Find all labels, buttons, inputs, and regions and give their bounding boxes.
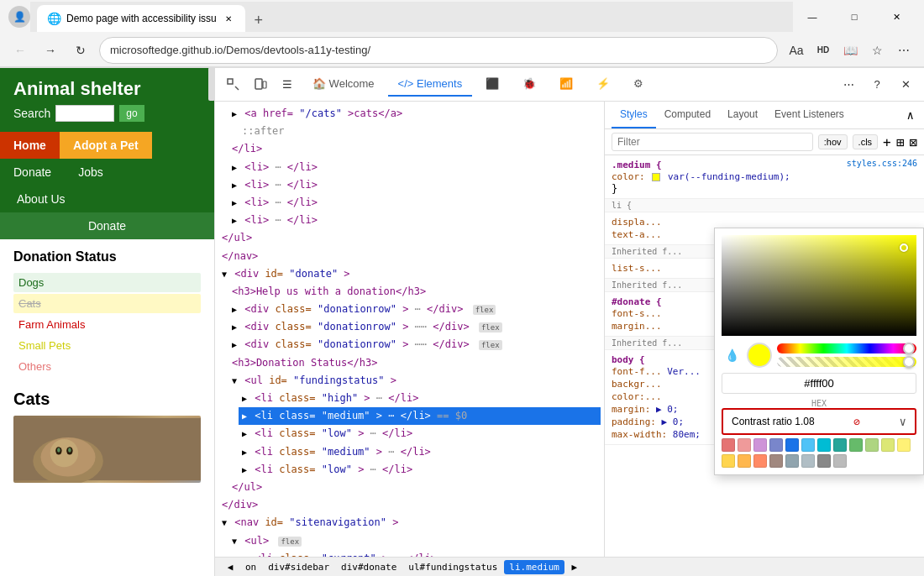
settings-button[interactable]: ⋯ xyxy=(892,39,916,62)
breadcrumb-item-fundingstatus[interactable]: ul#fundingstatus xyxy=(403,560,502,574)
html-line[interactable]: ▶ <a href= "/cats" >cats</a> xyxy=(228,105,601,123)
triangle-icon[interactable]: ▶ xyxy=(242,429,247,438)
triangle-icon[interactable]: ▶ xyxy=(232,305,237,314)
color-swatch[interactable] xyxy=(801,438,815,452)
color-swatch[interactable] xyxy=(849,438,863,452)
color-picker-cursor[interactable] xyxy=(900,243,908,252)
triangle-icon[interactable]: ▼ xyxy=(222,270,227,279)
html-line[interactable]: <h3>Help us with a donation</h3> xyxy=(228,283,601,301)
panel-resize-handle[interactable] xyxy=(208,68,215,101)
html-line[interactable]: ▼ <ul id= "fundingstatus" > xyxy=(228,372,601,390)
html-line[interactable]: ▶ <li class= "current" > ⋯ </li> xyxy=(239,550,601,557)
forward-button[interactable]: → xyxy=(39,39,62,62)
console-tab[interactable]: ⬛ xyxy=(475,72,509,97)
cls-button[interactable]: .cls xyxy=(853,134,879,149)
hue-slider-thumb[interactable] xyxy=(903,343,915,354)
triangle-icon[interactable]: ▶ xyxy=(232,340,237,349)
hov-button[interactable]: :hov xyxy=(818,134,848,149)
add-style-button[interactable]: + xyxy=(883,134,891,150)
breadcrumb-item-donate[interactable]: div#donate xyxy=(336,560,402,574)
color-swatch[interactable] xyxy=(817,438,831,452)
device-toolbar-button[interactable] xyxy=(249,73,272,97)
styles-tab-layout[interactable]: Layout xyxy=(719,102,766,128)
styles-source-medium[interactable]: styles.css:246 xyxy=(847,159,917,168)
sources-tab[interactable]: 🐞 xyxy=(512,72,546,97)
style-icon-button2[interactable]: ⊠ xyxy=(909,134,917,150)
refresh-button[interactable]: ↻ xyxy=(69,39,92,62)
nav-about-button[interactable]: About Us xyxy=(0,186,82,212)
html-line[interactable]: ▶ <li class= "high" > ⋯ </li> xyxy=(239,390,601,407)
style-prop-color[interactable]: color: var(--funding-medium); xyxy=(612,170,917,183)
triangle-icon[interactable]: ▶ xyxy=(242,465,247,474)
color-swatch[interactable] xyxy=(769,454,783,468)
address-bar[interactable]: microsoftedge.github.io/Demos/devtools-a… xyxy=(99,37,778,64)
styles-tab-event-listeners[interactable]: Event Listeners xyxy=(766,102,853,128)
nav-adopt-button[interactable]: Adopt a Pet xyxy=(60,132,152,159)
html-line[interactable]: </div> xyxy=(218,496,601,514)
help-button[interactable]: ? xyxy=(865,73,889,97)
elements-tree[interactable]: ▶ <a href= "/cats" >cats</a> ::after </l… xyxy=(215,102,605,557)
breadcrumb-scroll-left[interactable]: ◀ xyxy=(222,559,239,576)
nav-home-button[interactable]: Home xyxy=(0,132,60,159)
color-swatch[interactable] xyxy=(722,454,735,468)
html-line[interactable]: ▼ <nav id= "sitenavigation" > xyxy=(218,514,601,531)
minimize-button[interactable]: — xyxy=(793,3,832,30)
nav-donate-button[interactable]: Donate xyxy=(0,159,65,186)
html-line[interactable]: </li> xyxy=(228,140,601,158)
performance-tab[interactable]: ⚡ xyxy=(586,72,620,97)
color-gradient[interactable] xyxy=(722,235,916,336)
styles-tab-styles[interactable]: Styles xyxy=(612,102,656,128)
color-swatch[interactable] xyxy=(785,438,799,452)
html-line[interactable]: ::after xyxy=(239,123,601,140)
contrast-expand-button[interactable]: ∨ xyxy=(900,415,906,428)
breadcrumb-item-sidebar[interactable]: div#sidebar xyxy=(263,560,334,574)
breadcrumb-item-on[interactable]: on xyxy=(240,560,261,574)
close-button[interactable]: ✕ xyxy=(877,3,916,30)
welcome-tab[interactable]: 🏠 Welcome xyxy=(302,72,385,97)
triangle-icon[interactable]: ▶ xyxy=(242,448,247,457)
triangle-icon[interactable]: ▼ xyxy=(232,376,237,385)
html-line[interactable]: ▶ <li class= "low" > ⋯ </li> xyxy=(239,425,601,442)
drawer-toggle-button[interactable]: ☰ xyxy=(276,73,299,97)
color-swatch[interactable] xyxy=(801,454,815,468)
html-line[interactable]: ▶ <li> ⋯ </li> xyxy=(228,176,601,194)
color-swatch[interactable] xyxy=(785,454,799,468)
color-swatch[interactable] xyxy=(865,438,879,452)
html-line[interactable]: ▶ <li class= "medium" > ⋯ </li> xyxy=(239,443,601,461)
html-line[interactable]: ▼ <div id= "donate" > xyxy=(218,265,601,283)
style-icon-button1[interactable]: ⊞ xyxy=(896,134,905,150)
network-tab[interactable]: 📶 xyxy=(549,72,583,97)
html-line[interactable]: ▶ <li> ⋯ </li> xyxy=(228,194,601,212)
hex-input[interactable]: #ffff00 xyxy=(722,373,916,394)
color-swatch[interactable] xyxy=(833,438,847,452)
html-line[interactable]: ▶ <div class= "donationrow" > ⋯ </div> f… xyxy=(228,301,601,318)
color-swatch[interactable] xyxy=(769,438,783,452)
selected-html-line[interactable]: ▶ <li class= "medium" > ⋯ </li> == $0 xyxy=(239,407,601,425)
go-button[interactable]: go xyxy=(119,105,144,122)
immersive-reader-button[interactable]: 📖 xyxy=(838,39,862,62)
hd-button[interactable]: HD xyxy=(811,39,835,62)
html-line[interactable]: </ul> xyxy=(228,479,601,496)
html-line[interactable]: ▶ <li> ⋯ </li> xyxy=(228,159,601,176)
triangle-icon[interactable]: ▶ xyxy=(232,198,237,207)
eyedropper-button[interactable]: 💧 xyxy=(722,345,742,365)
color-swatch[interactable] xyxy=(817,454,831,468)
back-button[interactable]: ← xyxy=(8,39,32,62)
breadcrumb-scroll-right[interactable]: ▶ xyxy=(566,559,583,576)
html-line[interactable]: ▼ <ul> flex xyxy=(228,532,601,550)
triangle-icon[interactable]: ▼ xyxy=(232,537,237,546)
more-tools-button[interactable]: ⋯ xyxy=(837,73,860,97)
color-swatch[interactable] xyxy=(753,454,767,468)
new-tab-button[interactable]: + xyxy=(247,8,270,32)
html-line[interactable]: <h3>Donation Status</h3> xyxy=(228,354,601,372)
settings-tab[interactable]: ⚙ xyxy=(623,72,654,97)
inspect-element-button[interactable] xyxy=(222,73,245,97)
styles-filter-input[interactable] xyxy=(612,133,813,151)
triangle-icon[interactable]: ▶ xyxy=(232,109,237,118)
maximize-button[interactable]: □ xyxy=(835,3,874,30)
html-line[interactable]: ▶ <div class= "donationrow" > ⋯⋯ </div> … xyxy=(228,318,601,336)
color-swatch[interactable] xyxy=(753,438,767,452)
color-swatch[interactable] xyxy=(722,438,735,452)
html-line[interactable]: ▶ <li class= "low" > ⋯ </li> xyxy=(239,461,601,479)
breadcrumb-item-medium[interactable]: li.medium xyxy=(504,560,564,574)
